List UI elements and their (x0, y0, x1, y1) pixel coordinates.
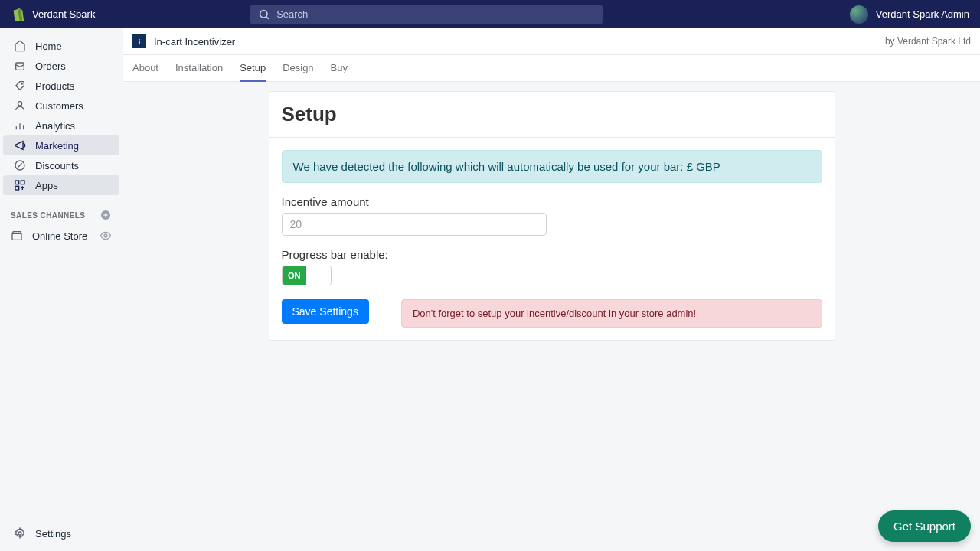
svg-point-3 (21, 83, 22, 84)
toggle-off-side (306, 266, 331, 285)
svg-rect-18 (12, 233, 21, 240)
orders-icon (14, 60, 26, 72)
app-title: In-cart Incentivizer (154, 36, 235, 47)
tabs: About Installation Setup Design Buy (123, 55, 980, 82)
toggle-on-label: ON (283, 266, 307, 285)
sidebar-item-label: Discounts (35, 160, 79, 171)
avatar (850, 5, 868, 24)
svg-point-0 (260, 10, 267, 17)
sidebar-item-analytics[interactable]: Analytics (3, 116, 119, 135)
tab-installation[interactable]: Installation (175, 55, 223, 82)
search-input[interactable] (250, 5, 603, 24)
svg-rect-10 (15, 181, 19, 184)
megaphone-icon (14, 139, 26, 152)
home-icon (14, 40, 26, 52)
sidebar-item-settings[interactable]: Settings (3, 523, 119, 543)
person-icon (14, 99, 26, 112)
app-icon: i (132, 34, 146, 48)
top-bar: Verdant Spark Verdant Spark Admin (0, 0, 980, 28)
search-icon (258, 8, 270, 21)
eye-icon[interactable] (100, 230, 112, 242)
tab-about[interactable]: About (132, 55, 158, 82)
progress-bar-toggle[interactable]: ON (282, 266, 332, 285)
reminder-banner: Don't forget to setup your incentive/dis… (401, 299, 822, 328)
channel-label: Online Store (32, 230, 87, 242)
tag-icon (14, 80, 26, 92)
sidebar-item-marketing[interactable]: Marketing (3, 135, 119, 155)
sidebar-item-label: Settings (35, 528, 71, 540)
incentive-amount-input[interactable] (282, 213, 547, 236)
channel-online-store[interactable]: Online Store (0, 226, 122, 246)
card-header: Setup (270, 92, 835, 138)
sidebar-item-products[interactable]: Products (3, 76, 119, 96)
panel-title: Setup (282, 103, 822, 126)
main-content: i In-cart Incentivizer by Verdant Spark … (122, 28, 980, 551)
tab-design[interactable]: Design (283, 55, 313, 82)
svg-line-1 (266, 16, 269, 18)
tab-setup[interactable]: Setup (240, 55, 266, 82)
sidebar-item-label: Customers (35, 100, 83, 112)
sidebar-item-label: Marketing (35, 140, 79, 152)
setup-card: Setup We have detected the following whi… (269, 91, 835, 341)
search-wrap (250, 5, 603, 24)
svg-line-9 (18, 163, 21, 167)
add-channel-icon[interactable] (100, 209, 112, 221)
sidebar-item-label: Apps (35, 180, 58, 191)
app-header: i In-cart Incentivizer by Verdant Spark … (123, 28, 980, 55)
sidebar-item-label: Analytics (35, 120, 75, 132)
chart-icon (14, 119, 26, 132)
sidebar-item-customers[interactable]: Customers (3, 96, 119, 116)
sidebar-item-apps[interactable]: Apps (3, 175, 119, 195)
brand-name: Verdant Spark (32, 8, 95, 20)
sidebar-item-discounts[interactable]: Discounts (3, 155, 119, 175)
currency-info-banner: We have detected the following which wil… (282, 150, 822, 183)
tab-buy[interactable]: Buy (331, 55, 348, 82)
content-area: Setup We have detected the following whi… (123, 82, 980, 350)
svg-rect-11 (21, 181, 24, 184)
sidebar-item-label: Products (35, 80, 74, 92)
store-icon (11, 230, 23, 242)
sidebar: Home Orders Products Customers Analytics… (0, 28, 122, 551)
user-area[interactable]: Verdant Spark Admin (850, 5, 969, 24)
user-name: Verdant Spark Admin (876, 8, 969, 20)
shopify-logo-icon (11, 8, 24, 21)
sidebar-item-label: Orders (35, 60, 66, 72)
sidebar-item-orders[interactable]: Orders (3, 56, 119, 76)
save-settings-button[interactable]: Save Settings (282, 299, 369, 324)
app-byline: by Verdant Spark Ltd (885, 36, 971, 47)
svg-point-20 (18, 532, 21, 535)
apps-icon (14, 179, 26, 191)
brand: Verdant Spark (11, 8, 95, 21)
svg-rect-12 (15, 186, 19, 190)
incentive-amount-label: Incentive amount (282, 195, 822, 208)
svg-point-19 (104, 234, 107, 237)
progress-bar-label: Progress bar enable: (282, 248, 822, 261)
svg-point-4 (18, 102, 21, 106)
discount-icon (14, 159, 26, 171)
sidebar-item-label: Home (35, 41, 62, 52)
sales-channels-header: SALES CHANNELS (0, 195, 122, 226)
get-support-button[interactable]: Get Support (878, 510, 971, 542)
gear-icon (14, 527, 26, 540)
sidebar-item-home[interactable]: Home (3, 36, 119, 56)
